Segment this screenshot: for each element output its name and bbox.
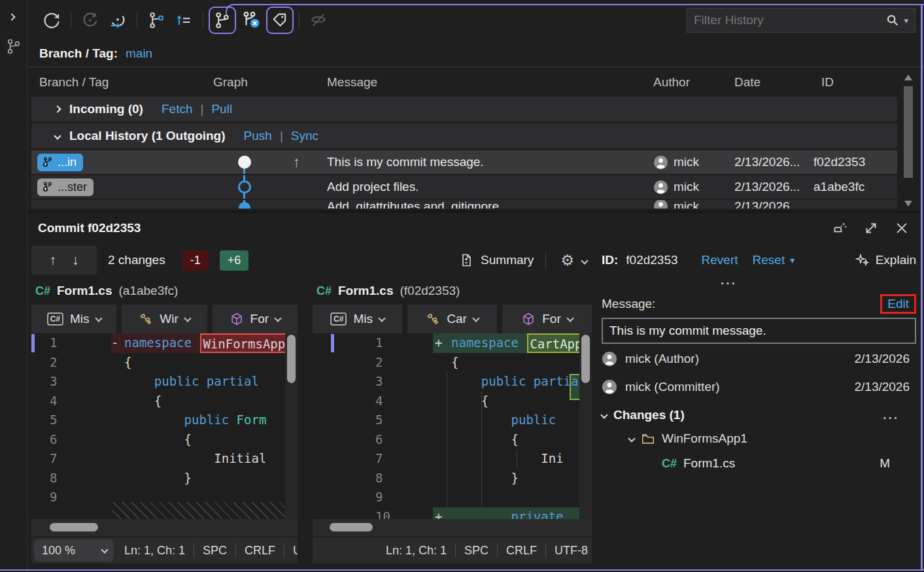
show-tags-toggle[interactable] bbox=[266, 7, 294, 34]
crumb-project-dropdown[interactable]: C# Mis bbox=[313, 305, 402, 333]
push-link[interactable]: Push bbox=[244, 129, 272, 143]
next-change-button[interactable]: ↓ bbox=[72, 252, 79, 268]
line-endings[interactable]: CRLF bbox=[245, 544, 275, 558]
filter-history-input[interactable] bbox=[694, 13, 885, 27]
explain-button[interactable]: Explain bbox=[855, 252, 916, 268]
code-line: 3 public partial bbox=[31, 372, 298, 392]
pull-icon[interactable] bbox=[104, 7, 131, 34]
unstage-list-icon[interactable] bbox=[170, 7, 197, 34]
revert-link[interactable]: Revert bbox=[702, 253, 738, 267]
summary-button[interactable]: Summary bbox=[452, 248, 540, 272]
indent-mode[interactable]: SPC bbox=[203, 544, 227, 558]
fetch-link[interactable]: Fetch bbox=[162, 102, 193, 116]
sync-link[interactable]: Sync bbox=[291, 129, 318, 143]
vertical-scrollbar[interactable] bbox=[285, 333, 298, 519]
cursor-position[interactable]: Ln: 1, Ch: 1 bbox=[124, 544, 185, 558]
author-cell: mick bbox=[649, 180, 730, 195]
changes-overflow-dots[interactable]: ... bbox=[883, 408, 899, 422]
file-ref: (a1abe3fc) bbox=[119, 284, 179, 298]
branch-badge-master[interactable]: ...ster bbox=[37, 178, 94, 196]
vertical-scrollbar[interactable] bbox=[579, 333, 592, 519]
scroll-down-arrow[interactable] bbox=[904, 201, 912, 207]
chevron-down-icon[interactable] bbox=[628, 435, 635, 442]
local-history-section-row[interactable]: Local History (1 Outgoing) Push | Sync bbox=[31, 124, 897, 148]
commit-row-partial[interactable]: Add .gitattributes and .gitignore. mick … bbox=[31, 200, 897, 209]
scrollbar-thumb[interactable] bbox=[581, 335, 590, 383]
additions-badge: +6 bbox=[220, 250, 249, 271]
pull-link[interactable]: Pull bbox=[211, 102, 232, 116]
close-panel-icon[interactable] bbox=[894, 220, 910, 236]
commit-date: 2/13/2026... bbox=[730, 200, 812, 209]
crumb-namespace-dropdown[interactable]: Wir bbox=[122, 305, 207, 333]
commit-detail-sidebar: ID: f02d2353 Revert Reset ▾ Explain bbox=[594, 243, 924, 471]
cursor-position[interactable]: Ln: 1, Ch: 1 bbox=[386, 544, 447, 558]
tree-folder-row[interactable]: WinFormsApp1 bbox=[602, 431, 916, 446]
current-branch-link[interactable]: main bbox=[126, 46, 152, 61]
dock-panel-icon[interactable] bbox=[831, 220, 848, 237]
branch-badge-main[interactable]: ...in bbox=[37, 154, 83, 171]
expand-panel-icon[interactable] bbox=[8, 13, 15, 20]
encoding[interactable]: UTF bbox=[293, 544, 298, 558]
commit-date: 2/13/2026... bbox=[730, 155, 812, 169]
line-endings[interactable]: CRLF bbox=[506, 544, 537, 558]
tree-file-row[interactable]: C# Form1.cs M bbox=[602, 456, 916, 471]
status-separator bbox=[497, 543, 498, 558]
explain-label: Explain bbox=[876, 253, 916, 267]
graph-cell bbox=[209, 150, 281, 174]
scrollbar-thumb[interactable] bbox=[50, 523, 98, 531]
scrollbar-thumb[interactable] bbox=[330, 523, 373, 531]
toolbar-separator bbox=[137, 12, 137, 29]
column-header-graph[interactable]: Graph bbox=[209, 75, 281, 90]
branch-compare-icon[interactable] bbox=[143, 7, 170, 34]
overflow-dots[interactable]: ... bbox=[721, 277, 916, 289]
gear-icon[interactable]: ⚙ bbox=[560, 252, 574, 269]
changes-section-header[interactable]: Changes (1) ... bbox=[602, 408, 916, 422]
commit-row[interactable]: ...in ↑ This is my commit message. mick … bbox=[31, 150, 897, 174]
search-options-caret[interactable]: ▾ bbox=[904, 16, 908, 25]
refresh-icon[interactable] bbox=[38, 7, 65, 34]
crumb-label: Wir bbox=[160, 312, 178, 326]
search-icon[interactable] bbox=[885, 13, 900, 27]
crumb-namespace-dropdown[interactable]: Car bbox=[407, 305, 497, 333]
column-header-branch[interactable]: Branch / Tag bbox=[31, 75, 209, 90]
horizontal-scrollbar[interactable] bbox=[31, 519, 298, 536]
history-scrollbar[interactable] bbox=[902, 72, 915, 210]
prev-change-button[interactable]: ↑ bbox=[50, 252, 57, 268]
chevron-right-icon[interactable] bbox=[54, 105, 61, 112]
column-header-message[interactable]: Message bbox=[318, 75, 649, 90]
namespace-symbol-icon bbox=[426, 312, 440, 326]
horizontal-scrollbar[interactable] bbox=[313, 519, 592, 536]
show-graph-toggle[interactable] bbox=[209, 7, 236, 34]
code-line: 10+ private bbox=[313, 507, 592, 520]
branch-merge-icon[interactable] bbox=[237, 7, 265, 34]
column-header-date[interactable]: Date bbox=[730, 75, 812, 90]
column-header-id[interactable]: ID bbox=[812, 75, 897, 90]
edit-link[interactable]: Edit bbox=[887, 297, 909, 311]
crumb-project-dropdown[interactable]: C# Mis bbox=[31, 305, 116, 333]
commit-message-box[interactable]: This is my commit message. bbox=[602, 318, 916, 344]
chevron-down-icon[interactable] bbox=[54, 132, 61, 139]
scroll-up-arrow[interactable] bbox=[904, 75, 912, 80]
expand-panel-icon[interactable] bbox=[863, 220, 880, 237]
column-header-author[interactable]: Author bbox=[649, 75, 730, 90]
avatar-icon bbox=[602, 379, 617, 395]
avatar-icon bbox=[653, 200, 668, 209]
chevron-down-icon[interactable] bbox=[600, 411, 607, 418]
incoming-section-row[interactable]: Incoming (0) Fetch | Pull bbox=[31, 97, 897, 122]
code-editor-before[interactable]: 1-namespace WinFormsApp12 {3 public part… bbox=[31, 333, 298, 519]
crumb-class-dropdown[interactable]: For bbox=[502, 305, 592, 333]
chevron-down-icon[interactable] bbox=[581, 257, 588, 264]
indent-mode[interactable]: SPC bbox=[464, 544, 488, 558]
encoding[interactable]: UTF-8 bbox=[555, 544, 588, 558]
git-branch-icon[interactable] bbox=[5, 38, 22, 55]
reset-link[interactable]: Reset bbox=[753, 253, 785, 267]
crumb-class-dropdown[interactable]: For bbox=[213, 305, 298, 333]
commit-row[interactable]: ...ster Add project files. mick 2/13/202… bbox=[31, 175, 897, 199]
zoom-dropdown[interactable]: 100 % bbox=[34, 539, 114, 562]
diff-toolbar: ↑ ↓ 2 changes -1 +6 S bbox=[27, 243, 594, 277]
code-editor-after[interactable]: 1+namespace CartApp2 {3 public partial4 … bbox=[313, 333, 592, 519]
scrollbar-thumb[interactable] bbox=[287, 335, 296, 383]
history-toolbar: ▾ bbox=[27, 0, 924, 41]
scrollbar-thumb[interactable] bbox=[904, 86, 913, 178]
reset-dropdown-caret[interactable]: ▾ bbox=[790, 255, 795, 265]
